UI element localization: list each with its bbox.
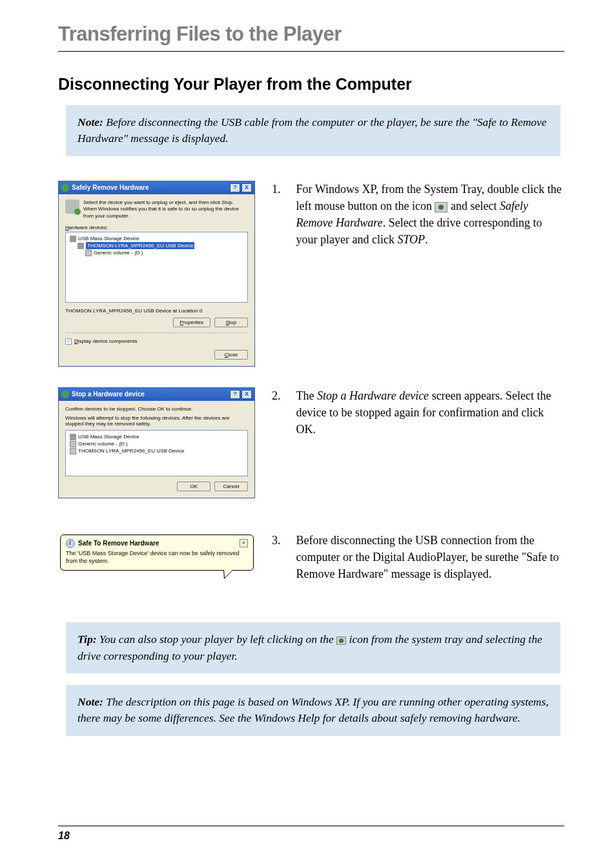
hardware-devices-label: HHardware devices:ardware devices: xyxy=(65,225,248,230)
balloon-close-button[interactable]: × xyxy=(240,539,248,547)
list-item[interactable]: USB Mass Storage Device xyxy=(78,433,139,440)
tip-lead: Tip: xyxy=(77,633,96,646)
step-number: 1. xyxy=(272,181,281,248)
device-status: THOMSON LYRA_MPR2456_EU USB Device at Lo… xyxy=(65,308,248,314)
row-step-3: Safe To Remove Hardware × The 'USB Mass … xyxy=(58,532,564,582)
safely-remove-hardware-tray-icon xyxy=(336,636,346,645)
cancel-button[interactable]: Cancel xyxy=(214,482,248,491)
drive-icon xyxy=(70,441,76,447)
balloon-body: The 'USB Mass Storage Device' device can… xyxy=(66,550,248,565)
properties-button[interactable]: Properties xyxy=(173,318,210,327)
dialog-stop-hardware-device: Stop a Hardware device ? X Confirm devic… xyxy=(58,387,255,498)
balloon-notification: Safe To Remove Hardware × The 'USB Mass … xyxy=(60,534,254,571)
note-body: Before disconnecting the USB cable from … xyxy=(77,116,547,145)
close-button[interactable]: X xyxy=(241,183,252,192)
row-step-1: Safely Remove Hardware ? X Select the de… xyxy=(58,181,564,385)
device-tree[interactable]: USB Mass Storage Device THOMSON LYRA_MPR… xyxy=(65,232,248,303)
step-2-text: The Stop a Hardware device screen appear… xyxy=(296,387,565,438)
note-lead: Note: xyxy=(77,116,103,128)
chapter-title: Transferring Files to the Player xyxy=(58,23,564,52)
tree-item[interactable]: USB Mass Storage Device xyxy=(78,235,139,242)
step-3-text: Before disconnecting the USB connection … xyxy=(296,532,565,582)
device-icon xyxy=(77,243,84,249)
device-list[interactable]: USB Mass Storage Device Generic volume -… xyxy=(65,430,248,476)
usb-icon xyxy=(61,391,69,398)
close-button[interactable]: X xyxy=(241,390,252,399)
balloon-title: Safe To Remove Hardware xyxy=(78,540,159,547)
checkbox-label: Display device components xyxy=(74,338,137,344)
bottom-note-box: Note: The description on this page is ba… xyxy=(66,685,560,736)
note-body: The description on this page is based on… xyxy=(77,695,549,724)
drive-icon xyxy=(85,250,92,256)
dialog-titlebar: Stop a Hardware device ? X xyxy=(59,388,254,401)
step-1-text: For Windows XP, from the System Tray, do… xyxy=(296,181,565,248)
usb-device-icon xyxy=(70,236,76,242)
dialog-titlebar: Safely Remove Hardware ? X xyxy=(59,181,254,194)
stop-button[interactable]: Stop xyxy=(214,318,248,327)
device-icon xyxy=(65,199,79,214)
top-note-box: Note: Before disconnecting the USB cable… xyxy=(66,105,560,156)
note-lead: Note: xyxy=(77,695,103,708)
help-button[interactable]: ? xyxy=(230,390,240,399)
display-components-checkbox[interactable]: ✓ xyxy=(65,338,72,345)
usb-device-icon xyxy=(70,434,76,440)
list-item[interactable]: THOMSON LYRA_MPR2456_EU USB Device xyxy=(78,447,184,454)
tree-item-selected[interactable]: THOMSON LYRA_MPR2456_EU USB Device xyxy=(86,242,194,249)
drive-icon xyxy=(70,448,76,454)
ok-button[interactable]: OK xyxy=(177,482,210,491)
close-button[interactable]: Close xyxy=(214,350,248,360)
dialog-title: Safely Remove Hardware xyxy=(72,184,149,191)
step-number: 3. xyxy=(272,532,281,582)
dialog2-line2: Windows will attempt to stop the followi… xyxy=(65,415,248,427)
page-footer: 18 xyxy=(58,826,564,842)
usb-icon xyxy=(61,184,69,192)
page-number: 18 xyxy=(58,830,70,841)
list-item[interactable]: Generic volume - (D:) xyxy=(78,440,127,447)
safely-remove-hardware-tray-icon xyxy=(435,202,447,212)
tree-item[interactable]: Generic volume - (D:) xyxy=(94,249,143,256)
help-button[interactable]: ? xyxy=(230,183,240,192)
row-step-2: Stop a Hardware device ? X Confirm devic… xyxy=(58,387,564,516)
dialog-safely-remove-hardware: Safely Remove Hardware ? X Select the de… xyxy=(58,181,255,367)
tip-box: Tip: You can also stop your player by le… xyxy=(66,622,560,673)
info-icon xyxy=(66,539,75,548)
section-title: Disconnecting Your Player from the Compu… xyxy=(58,75,564,94)
dialog-title: Stop a Hardware device xyxy=(72,391,145,398)
step-number: 2. xyxy=(272,387,281,438)
dialog-description: Select the device you want to unplug or … xyxy=(83,199,248,219)
dialog2-line1: Confirm devices to be stopped, Choose OK… xyxy=(65,406,248,412)
